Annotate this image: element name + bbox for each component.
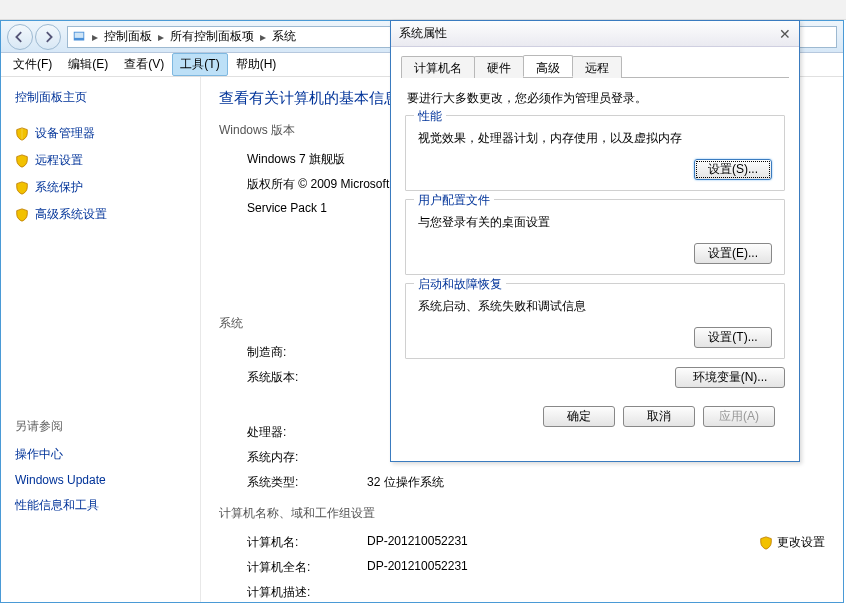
cancel-button[interactable]: 取消 [623, 406, 695, 427]
sidebar-item-label: 系统保护 [35, 179, 83, 196]
cname-val: DP-201210052231 [367, 534, 759, 551]
dialog-titlebar[interactable]: 系统属性 ✕ [391, 21, 799, 47]
menu-edit[interactable]: 编辑(E) [60, 53, 116, 76]
tab-advanced[interactable]: 高级 [523, 55, 573, 77]
sidebar-item-label: 性能信息和工具 [15, 497, 99, 514]
type-key: 系统类型: [247, 474, 367, 491]
sidebar-item-advanced[interactable]: 高级系统设置 [15, 201, 186, 228]
cdesc-val [367, 584, 825, 601]
group-performance: 性能 视觉效果，处理器计划，内存使用，以及虚拟内存 设置(S)... [405, 115, 785, 191]
cfull-key: 计算机全名: [247, 559, 367, 576]
seealso-action-center[interactable]: 操作中心 [15, 441, 186, 468]
group-startup-recovery: 启动和故障恢复 系统启动、系统失败和调试信息 设置(T)... [405, 283, 785, 359]
group-desc: 视觉效果，处理器计划，内存使用，以及虚拟内存 [418, 130, 772, 147]
back-button[interactable] [7, 24, 33, 50]
chevron-right-icon: ▸ [90, 30, 100, 44]
profile-settings-button[interactable]: 设置(E)... [694, 243, 772, 264]
winver-sp: Service Pack 1 [247, 201, 367, 215]
sidebar-home-link[interactable]: 控制面板主页 [15, 89, 186, 106]
svg-rect-1 [75, 32, 84, 37]
winver-copyright: 版权所有 © 2009 Microsoft [247, 176, 389, 193]
manuf-key: 制造商: [247, 344, 367, 361]
group-title: 用户配置文件 [414, 192, 494, 209]
group-title: 性能 [414, 108, 446, 125]
breadcrumb-root[interactable]: 控制面板 [104, 28, 152, 45]
chevron-right-icon: ▸ [156, 30, 166, 44]
seealso-performance[interactable]: 性能信息和工具 [15, 492, 186, 519]
seealso-title: 另请参阅 [15, 418, 186, 435]
startup-settings-button[interactable]: 设置(T)... [694, 327, 772, 348]
dialog-tabs: 计算机名 硬件 高级 远程 [401, 55, 789, 78]
menu-file[interactable]: 文件(F) [5, 53, 60, 76]
env-vars-button[interactable]: 环境变量(N)... [675, 367, 785, 388]
cdesc-key: 计算机描述: [247, 584, 367, 601]
shield-icon [15, 181, 29, 195]
tab-remote[interactable]: 远程 [572, 56, 622, 78]
perf-settings-button[interactable]: 设置(S)... [694, 159, 772, 180]
background-window-edge [0, 0, 846, 20]
cname-key: 计算机名: [247, 534, 367, 551]
forward-button[interactable] [35, 24, 61, 50]
group-desc: 与您登录有关的桌面设置 [418, 214, 772, 231]
sysver-key: 系统版本: [247, 369, 367, 386]
group-desc: 系统启动、系统失败和调试信息 [418, 298, 772, 315]
system-properties-dialog: 系统属性 ✕ 计算机名 硬件 高级 远程 要进行大多数更改，您必须作为管理员登录… [390, 20, 800, 462]
sidebar-item-label: 高级系统设置 [35, 206, 107, 223]
apply-button[interactable]: 应用(A) [703, 406, 775, 427]
menu-help[interactable]: 帮助(H) [228, 53, 285, 76]
change-settings-label: 更改设置 [777, 534, 825, 551]
admin-notice: 要进行大多数更改，您必须作为管理员登录。 [401, 86, 789, 115]
tab-hardware[interactable]: 硬件 [474, 56, 524, 78]
sidebar: 控制面板主页 设备管理器 远程设置 系统保护 高级系统设置 [1, 77, 201, 602]
net-label: 计算机名称、域和工作组设置 [219, 505, 825, 522]
type-val: 32 位操作系统 [367, 474, 825, 491]
sidebar-item-protection[interactable]: 系统保护 [15, 174, 186, 201]
shield-icon [15, 208, 29, 222]
sidebar-item-remote[interactable]: 远程设置 [15, 147, 186, 174]
group-user-profile: 用户配置文件 与您登录有关的桌面设置 设置(E)... [405, 199, 785, 275]
group-title: 启动和故障恢复 [414, 276, 506, 293]
sidebar-item-label: 远程设置 [35, 152, 83, 169]
shield-icon [15, 127, 29, 141]
seealso-windows-update[interactable]: Windows Update [15, 468, 186, 492]
sidebar-item-label: 设备管理器 [35, 125, 95, 142]
breadcrumb-mid[interactable]: 所有控制面板项 [170, 28, 254, 45]
tab-computer-name[interactable]: 计算机名 [401, 56, 475, 78]
shield-icon [759, 536, 773, 550]
menu-tools[interactable]: 工具(T) [172, 53, 227, 76]
shield-icon [15, 154, 29, 168]
change-settings-link[interactable]: 更改设置 [759, 534, 825, 551]
chevron-right-icon: ▸ [258, 30, 268, 44]
sidebar-item-device-manager[interactable]: 设备管理器 [15, 120, 186, 147]
cpu-key: 处理器: [247, 424, 367, 441]
winver-edition: Windows 7 旗舰版 [247, 151, 367, 168]
mem-key: 系统内存: [247, 449, 367, 466]
breadcrumb-leaf[interactable]: 系统 [272, 28, 296, 45]
dialog-title: 系统属性 [399, 25, 447, 42]
sidebar-item-label: Windows Update [15, 473, 106, 487]
dialog-close-icon[interactable]: ✕ [779, 26, 791, 42]
system-icon [72, 30, 86, 44]
cfull-val: DP-201210052231 [367, 559, 825, 576]
ok-button[interactable]: 确定 [543, 406, 615, 427]
sidebar-item-label: 操作中心 [15, 446, 63, 463]
menu-view[interactable]: 查看(V) [116, 53, 172, 76]
